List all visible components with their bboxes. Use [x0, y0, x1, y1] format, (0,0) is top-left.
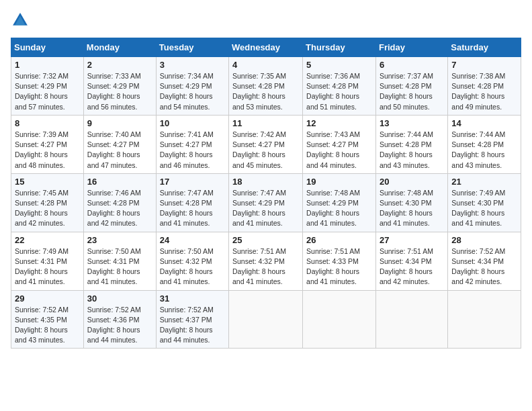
calendar-cell: 6Sunrise: 7:37 AMSunset: 4:28 PMDaylight… — [375, 57, 447, 116]
weekday-header-saturday: Saturday — [448, 38, 521, 57]
cell-info: Sunrise: 7:47 AMSunset: 4:28 PMDaylight:… — [160, 188, 225, 229]
day-number: 9 — [87, 118, 152, 128]
cell-info: Sunrise: 7:45 AMSunset: 4:28 PMDaylight:… — [15, 188, 80, 229]
weekday-header-thursday: Thursday — [303, 38, 376, 57]
calendar-cell: 21Sunrise: 7:49 AMSunset: 4:30 PMDayligh… — [448, 173, 521, 232]
calendar-cell: 20Sunrise: 7:48 AMSunset: 4:30 PMDayligh… — [375, 173, 447, 232]
calendar-cell: 3Sunrise: 7:34 AMSunset: 4:29 PMDaylight… — [156, 57, 228, 116]
cell-info: Sunrise: 7:49 AMSunset: 4:30 PMDaylight:… — [451, 188, 517, 229]
calendar-cell: 2Sunrise: 7:33 AMSunset: 4:29 PMDaylight… — [83, 57, 156, 116]
cell-info: Sunrise: 7:49 AMSunset: 4:31 PMDaylight:… — [15, 246, 80, 287]
calendar-cell: 25Sunrise: 7:51 AMSunset: 4:32 PMDayligh… — [229, 232, 303, 290]
cell-info: Sunrise: 7:41 AMSunset: 4:27 PMDaylight:… — [160, 130, 225, 171]
weekday-header-monday: Monday — [83, 38, 156, 57]
calendar-table: SundayMondayTuesdayWednesdayThursdayFrid… — [11, 38, 521, 349]
calendar-cell: 18Sunrise: 7:47 AMSunset: 4:29 PMDayligh… — [229, 173, 303, 232]
cell-info: Sunrise: 7:46 AMSunset: 4:28 PMDaylight:… — [87, 188, 152, 229]
day-number: 22 — [15, 235, 80, 245]
calendar-cell: 11Sunrise: 7:42 AMSunset: 4:27 PMDayligh… — [229, 115, 303, 173]
calendar-week-row: 29Sunrise: 7:52 AMSunset: 4:35 PMDayligh… — [11, 290, 521, 349]
calendar-week-row: 1Sunrise: 7:32 AMSunset: 4:29 PMDaylight… — [11, 57, 521, 116]
weekday-header-row: SundayMondayTuesdayWednesdayThursdayFrid… — [11, 38, 521, 57]
cell-info: Sunrise: 7:42 AMSunset: 4:27 PMDaylight:… — [232, 130, 299, 171]
day-number: 23 — [87, 235, 152, 245]
day-number: 10 — [160, 118, 225, 128]
calendar-week-row: 22Sunrise: 7:49 AMSunset: 4:31 PMDayligh… — [11, 232, 521, 290]
weekday-header-sunday: Sunday — [11, 38, 84, 57]
calendar-cell: 4Sunrise: 7:35 AMSunset: 4:28 PMDaylight… — [229, 57, 303, 116]
day-number: 17 — [160, 177, 225, 187]
calendar-cell: 10Sunrise: 7:41 AMSunset: 4:27 PMDayligh… — [156, 115, 228, 173]
calendar-week-row: 15Sunrise: 7:45 AMSunset: 4:28 PMDayligh… — [11, 173, 521, 232]
calendar-cell: 31Sunrise: 7:52 AMSunset: 4:37 PMDayligh… — [156, 290, 228, 349]
cell-info: Sunrise: 7:52 AMSunset: 4:36 PMDaylight:… — [87, 305, 152, 346]
cell-info: Sunrise: 7:44 AMSunset: 4:28 PMDaylight:… — [380, 130, 444, 171]
day-number: 27 — [380, 235, 444, 245]
calendar-cell: 13Sunrise: 7:44 AMSunset: 4:28 PMDayligh… — [375, 115, 447, 173]
day-number: 8 — [15, 118, 80, 128]
logo-icon — [11, 11, 30, 30]
calendar-cell: 16Sunrise: 7:46 AMSunset: 4:28 PMDayligh… — [83, 173, 156, 232]
cell-info: Sunrise: 7:33 AMSunset: 4:29 PMDaylight:… — [87, 71, 152, 112]
day-number: 12 — [306, 118, 372, 128]
day-number: 14 — [451, 118, 517, 128]
calendar-cell: 9Sunrise: 7:40 AMSunset: 4:27 PMDaylight… — [83, 115, 156, 173]
day-number: 28 — [451, 235, 517, 245]
calendar-cell: 28Sunrise: 7:52 AMSunset: 4:34 PMDayligh… — [448, 232, 521, 290]
calendar-cell: 29Sunrise: 7:52 AMSunset: 4:35 PMDayligh… — [11, 290, 84, 349]
calendar-cell: 12Sunrise: 7:43 AMSunset: 4:27 PMDayligh… — [303, 115, 376, 173]
page-header — [11, 11, 521, 30]
cell-info: Sunrise: 7:52 AMSunset: 4:37 PMDaylight:… — [160, 305, 225, 346]
day-number: 4 — [232, 60, 299, 70]
day-number: 5 — [306, 60, 372, 70]
day-number: 18 — [232, 177, 299, 187]
calendar-cell — [303, 290, 376, 349]
day-number: 21 — [451, 177, 517, 187]
cell-info: Sunrise: 7:39 AMSunset: 4:27 PMDaylight:… — [15, 130, 80, 171]
cell-info: Sunrise: 7:34 AMSunset: 4:29 PMDaylight:… — [160, 71, 225, 112]
calendar-cell: 22Sunrise: 7:49 AMSunset: 4:31 PMDayligh… — [11, 232, 84, 290]
cell-info: Sunrise: 7:51 AMSunset: 4:34 PMDaylight:… — [380, 246, 444, 287]
calendar-cell: 7Sunrise: 7:38 AMSunset: 4:28 PMDaylight… — [448, 57, 521, 116]
calendar-cell: 17Sunrise: 7:47 AMSunset: 4:28 PMDayligh… — [156, 173, 228, 232]
day-number: 29 — [15, 293, 80, 304]
calendar-cell — [448, 290, 521, 349]
calendar-cell: 5Sunrise: 7:36 AMSunset: 4:28 PMDaylight… — [303, 57, 376, 116]
day-number: 2 — [87, 60, 152, 70]
calendar-cell: 26Sunrise: 7:51 AMSunset: 4:33 PMDayligh… — [303, 232, 376, 290]
calendar-cell: 27Sunrise: 7:51 AMSunset: 4:34 PMDayligh… — [375, 232, 447, 290]
day-number: 30 — [87, 293, 152, 304]
cell-info: Sunrise: 7:51 AMSunset: 4:33 PMDaylight:… — [306, 246, 372, 287]
calendar-cell: 8Sunrise: 7:39 AMSunset: 4:27 PMDaylight… — [11, 115, 84, 173]
cell-info: Sunrise: 7:50 AMSunset: 4:31 PMDaylight:… — [87, 246, 152, 287]
cell-info: Sunrise: 7:47 AMSunset: 4:29 PMDaylight:… — [232, 188, 299, 229]
calendar-cell — [375, 290, 447, 349]
cell-info: Sunrise: 7:35 AMSunset: 4:28 PMDaylight:… — [232, 71, 299, 112]
calendar-cell: 15Sunrise: 7:45 AMSunset: 4:28 PMDayligh… — [11, 173, 84, 232]
cell-info: Sunrise: 7:43 AMSunset: 4:27 PMDaylight:… — [306, 130, 372, 171]
logo — [11, 11, 32, 30]
cell-info: Sunrise: 7:50 AMSunset: 4:32 PMDaylight:… — [160, 246, 225, 287]
day-number: 6 — [380, 60, 444, 70]
calendar-cell: 23Sunrise: 7:50 AMSunset: 4:31 PMDayligh… — [83, 232, 156, 290]
calendar-cell: 30Sunrise: 7:52 AMSunset: 4:36 PMDayligh… — [83, 290, 156, 349]
calendar-cell: 1Sunrise: 7:32 AMSunset: 4:29 PMDaylight… — [11, 57, 84, 116]
cell-info: Sunrise: 7:48 AMSunset: 4:30 PMDaylight:… — [380, 188, 444, 229]
cell-info: Sunrise: 7:52 AMSunset: 4:35 PMDaylight:… — [15, 305, 80, 346]
cell-info: Sunrise: 7:44 AMSunset: 4:28 PMDaylight:… — [451, 130, 517, 171]
cell-info: Sunrise: 7:51 AMSunset: 4:32 PMDaylight:… — [232, 246, 299, 287]
calendar-week-row: 8Sunrise: 7:39 AMSunset: 4:27 PMDaylight… — [11, 115, 521, 173]
weekday-header-tuesday: Tuesday — [156, 38, 228, 57]
cell-info: Sunrise: 7:52 AMSunset: 4:34 PMDaylight:… — [451, 246, 517, 287]
day-number: 16 — [87, 177, 152, 187]
weekday-header-friday: Friday — [375, 38, 447, 57]
day-number: 25 — [232, 235, 299, 245]
day-number: 26 — [306, 235, 372, 245]
cell-info: Sunrise: 7:37 AMSunset: 4:28 PMDaylight:… — [380, 71, 444, 112]
calendar-cell — [229, 290, 303, 349]
calendar-cell: 24Sunrise: 7:50 AMSunset: 4:32 PMDayligh… — [156, 232, 228, 290]
day-number: 19 — [306, 177, 372, 187]
day-number: 1 — [15, 60, 80, 70]
weekday-header-wednesday: Wednesday — [229, 38, 303, 57]
day-number: 15 — [15, 177, 80, 187]
